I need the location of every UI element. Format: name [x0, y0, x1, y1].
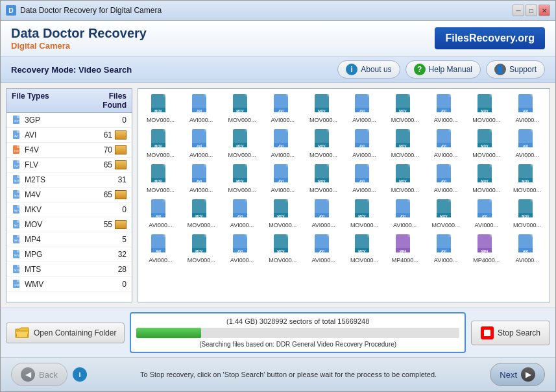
recovery-bar: Recovery Mode: Video Search i About us ?…	[1, 56, 555, 83]
svg-text:MKV: MKV	[14, 209, 20, 212]
grid-file-item[interactable]: AVI AVI000...	[141, 232, 180, 265]
next-label: Next	[500, 370, 517, 380]
grid-file-item[interactable]: AVI AVI000...	[426, 92, 466, 125]
grid-file-item[interactable]: AVI AVI000...	[223, 232, 262, 265]
grid-file-item[interactable]: AVI AVI000...	[223, 197, 262, 230]
file-type-row[interactable]: MPG MPG32	[6, 247, 132, 262]
grid-file-item[interactable]: MOV MOV000...	[466, 162, 506, 195]
right-panel[interactable]: MOV MOV000... AVI AVI000...	[138, 88, 550, 302]
grid-file-item[interactable]: MOV MOV000...	[263, 232, 302, 265]
grid-file-item[interactable]: AVI AVI000...	[344, 127, 384, 160]
grid-file-item[interactable]: MP4 MP4000...	[385, 232, 425, 265]
svg-text:AVI: AVI	[278, 144, 284, 148]
grid-file-label: AVI000...	[428, 117, 465, 123]
grid-file-item[interactable]: MOV MOV000...	[182, 232, 221, 265]
file-type-row[interactable]: M2T M2TS31	[6, 173, 132, 188]
grid-file-label: AVI000...	[264, 117, 301, 123]
grid-file-item[interactable]: MOV MOV000...	[263, 197, 302, 230]
file-type-row[interactable]: MOV MOV55	[6, 217, 132, 232]
next-button[interactable]: Next ▶	[490, 363, 545, 386]
grid-file-icon: AVI	[435, 234, 456, 257]
next-arrow-icon: ▶	[521, 367, 535, 382]
svg-text:MTS: MTS	[14, 269, 20, 272]
grid-file-item[interactable]: AVI AVI000...	[304, 197, 343, 230]
grid-file-item[interactable]: AVI AVI000...	[344, 92, 384, 125]
grid-file-item[interactable]: AVI AVI000...	[466, 197, 506, 230]
svg-text:MOV: MOV	[236, 109, 244, 113]
grid-file-item[interactable]: AVI AVI000...	[426, 232, 466, 265]
grid-file-item[interactable]: AVI AVI000...	[304, 232, 343, 265]
grid-file-label: AVI000...	[346, 152, 383, 158]
grid-file-label: MOV000...	[468, 117, 505, 123]
minimize-button[interactable]: ─	[513, 5, 524, 16]
svg-text:MOV: MOV	[359, 214, 367, 218]
grid-file-item[interactable]: MOV MOV000...	[223, 92, 262, 125]
file-type-row[interactable]: M4V M4V65	[6, 188, 132, 202]
file-type-row[interactable]: F4V F4V70	[6, 143, 132, 158]
grid-file-item[interactable]: AVI AVI000...	[507, 92, 547, 125]
grid-file-item[interactable]: AVI AVI000...	[385, 197, 425, 230]
grid-file-item[interactable]: MOV MOV000...	[182, 197, 221, 230]
support-button[interactable]: 👤 Support	[486, 60, 545, 79]
open-containing-folder-button[interactable]: Open Containing Folder	[6, 323, 125, 343]
grid-file-label: AVI000...	[428, 187, 465, 193]
file-type-row[interactable]: AVI AVI61	[6, 128, 132, 143]
grid-file-item[interactable]: MOV MOV000...	[304, 162, 343, 195]
file-type-row[interactable]: MTS MTS28	[6, 262, 132, 277]
grid-file-item[interactable]: MP4 MP4000...	[466, 232, 506, 265]
close-button[interactable]: ✕	[538, 5, 550, 16]
grid-file-item[interactable]: MOV MOV000...	[385, 162, 425, 195]
grid-file-item[interactable]: MOV MOV000...	[466, 92, 506, 125]
grid-file-item[interactable]: AVI AVI000...	[182, 162, 221, 195]
stop-search-button[interactable]: Stop Search	[471, 321, 550, 345]
grid-file-item[interactable]: MOV MOV000...	[507, 162, 547, 195]
grid-file-item[interactable]: AVI AVI000...	[141, 197, 180, 230]
grid-file-item[interactable]: AVI AVI000...	[182, 127, 221, 160]
grid-file-item[interactable]: AVI AVI000...	[507, 127, 547, 160]
grid-file-item[interactable]: MOV MOV000...	[141, 127, 180, 160]
grid-file-item[interactable]: MOV MOV000...	[385, 127, 425, 160]
grid-file-item[interactable]: AVI AVI000...	[263, 127, 302, 160]
grid-file-item[interactable]: MOV MOV000...	[466, 127, 506, 160]
svg-text:AVI: AVI	[359, 109, 365, 113]
col-file-types: File Types	[6, 89, 80, 112]
grid-file-item[interactable]: MOV MOV000...	[223, 162, 262, 195]
grid-file-icon: MOV	[232, 129, 252, 152]
svg-text:MOV: MOV	[359, 249, 367, 253]
back-button[interactable]: ◀ Back	[11, 363, 67, 386]
grid-file-item[interactable]: MOV MOV000...	[304, 92, 343, 125]
grid-file-icon: AVI	[232, 199, 252, 222]
grid-file-item[interactable]: MOV MOV000...	[385, 92, 425, 125]
grid-file-label: MOV000...	[142, 187, 179, 193]
file-type-row[interactable]: 3GP 3GP0	[6, 113, 132, 128]
grid-file-item[interactable]: MOV MOV000...	[507, 197, 547, 230]
grid-file-item[interactable]: MOV MOV000...	[141, 92, 180, 125]
grid-file-item[interactable]: MOV MOV000...	[223, 127, 262, 160]
grid-file-item[interactable]: MOV MOV000...	[344, 197, 384, 230]
svg-rect-25	[17, 235, 19, 238]
grid-file-item[interactable]: AVI AVI000...	[182, 92, 221, 125]
grid-file-icon: MOV	[272, 199, 293, 222]
grid-file-item[interactable]: AVI AVI000...	[426, 127, 466, 160]
grid-file-item[interactable]: MOV MOV000...	[344, 232, 384, 265]
grid-file-item[interactable]: AVI AVI000...	[263, 92, 302, 125]
svg-text:AVI: AVI	[523, 249, 529, 253]
about-us-button[interactable]: i About us	[337, 60, 400, 79]
grid-file-item[interactable]: MOV MOV000...	[426, 197, 466, 230]
grid-file-item[interactable]: AVI AVI000...	[344, 162, 384, 195]
grid-file-label: AVI000...	[509, 257, 546, 263]
grid-file-item[interactable]: MOV MOV000...	[141, 162, 180, 195]
grid-file-item[interactable]: AVI AVI000...	[426, 162, 466, 195]
grid-file-item[interactable]: AVI AVI000...	[507, 232, 547, 265]
file-type-row[interactable]: MP4 MP45	[6, 232, 132, 247]
grid-file-item[interactable]: AVI AVI000...	[263, 162, 302, 195]
help-manual-button[interactable]: ? Help Manual	[405, 60, 481, 79]
file-type-row[interactable]: MKV MKV0	[6, 202, 132, 217]
grid-file-item[interactable]: MOV MOV000...	[304, 127, 343, 160]
svg-text:WMV: WMV	[14, 284, 21, 287]
maximize-button[interactable]: □	[526, 5, 537, 16]
svg-text:AVI: AVI	[441, 179, 447, 183]
file-type-row[interactable]: WMV WMV0	[6, 277, 132, 292]
file-type-row[interactable]: FLV FLV65	[6, 158, 132, 173]
svg-rect-16	[17, 190, 19, 193]
